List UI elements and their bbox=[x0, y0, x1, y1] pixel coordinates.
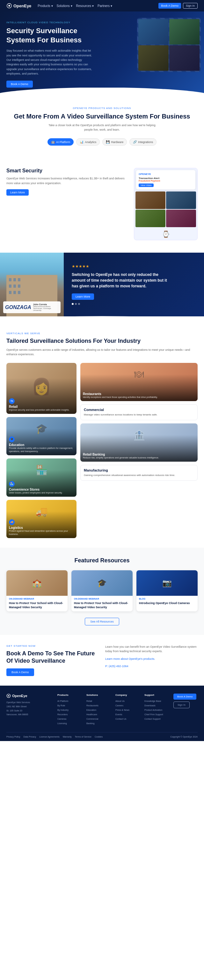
footer-col-company-title: Company bbox=[115, 694, 140, 697]
footer-link-chief-firm[interactable]: Chief Firm Support bbox=[144, 713, 169, 717]
footer-link-contact[interactable]: Contact Us bbox=[115, 717, 140, 721]
vertical-card-convenience[interactable]: 🏪 🏪 Convenience Stores Deter losses, pro… bbox=[6, 458, 76, 497]
cta-products-link[interactable]: Learn more about OpenEye's products. bbox=[105, 657, 198, 661]
wave-bottom bbox=[0, 316, 204, 323]
vertical-card-manufacturing[interactable]: Manufacturing Gaining comprehensive situ… bbox=[80, 465, 198, 481]
footer-divider bbox=[6, 732, 198, 732]
testimonial-quote: Switching to OpenEye has not only reduce… bbox=[72, 272, 167, 289]
vertical-card-logistics[interactable]: 🚚 🚚 Logistics Protect against fraud and … bbox=[6, 500, 76, 538]
footer-link-careers[interactable]: Careers bbox=[115, 703, 140, 708]
vertical-card-retail[interactable]: 👩 🛍 Retail Improve security and loss pre… bbox=[6, 363, 76, 414]
footer-sign-in-button[interactable]: Sign In bbox=[174, 702, 190, 708]
footer-link-about[interactable]: About Us bbox=[115, 699, 140, 703]
footer-link-education[interactable]: Education bbox=[86, 708, 111, 713]
view-video-button[interactable]: View Video bbox=[139, 183, 154, 187]
cta-book-demo-button[interactable]: Book A Demo bbox=[6, 668, 34, 676]
testimonial-logo: GONZAGA bbox=[5, 305, 31, 310]
footer-logo: OpenEye bbox=[6, 694, 51, 698]
resource-image-1: 🏫 bbox=[6, 570, 68, 596]
footer-link-downloads[interactable]: Downloads bbox=[144, 703, 169, 708]
hero-book-demo-button[interactable]: Book A Demo bbox=[6, 81, 33, 88]
vertical-commercial-name: Commercial bbox=[84, 408, 194, 412]
verticals-description: OpenEye serves customers across a wide r… bbox=[6, 348, 198, 357]
pagination-dot-3[interactable] bbox=[78, 303, 80, 305]
tab-integrations[interactable]: 🔗 Integrations bbox=[129, 138, 156, 146]
footer-link-by-role[interactable]: By Role bbox=[57, 703, 81, 708]
resource-card-1[interactable]: 🏫 On-Demand Webinar How to Protect Your … bbox=[6, 570, 68, 611]
vertical-manufacturing-name: Manufacturing bbox=[84, 468, 194, 472]
footer-link-by-industry[interactable]: By Industry bbox=[57, 708, 81, 713]
vertical-logistics-desc: Protect against fraud and streamline ope… bbox=[9, 530, 74, 536]
tab-ai-platform[interactable]: 🤖 AI Platform bbox=[48, 138, 74, 146]
resource-card-2[interactable]: 🎓 On-Demand Webinar How to Protect Your … bbox=[72, 570, 132, 611]
footer-link-cameras[interactable]: Cameras bbox=[57, 717, 81, 721]
smart-security-image: OPENEYE Transaction Alert Fraudulent Pay… bbox=[134, 168, 198, 240]
nav-partners[interactable]: Partners ▾ bbox=[97, 4, 112, 8]
nav-sign-in-button[interactable]: Sign In bbox=[183, 3, 198, 9]
pagination-dot-1[interactable] bbox=[72, 303, 73, 305]
smart-security-content: Smart Security OpenEye Web Services incr… bbox=[6, 168, 128, 196]
smart-security-section: Smart Security OpenEye Web Services incr… bbox=[0, 162, 204, 247]
vertical-card-education[interactable]: 🎓 🎓 Education Provide students safety wi… bbox=[6, 417, 76, 455]
vertical-card-restaurants[interactable]: 🍽 Restaurants Identify exceptions and tr… bbox=[80, 363, 198, 401]
testimonial-section: GONZAGA John Correia Telecommunications … bbox=[0, 253, 204, 317]
watch-icon: ⌚ bbox=[134, 228, 197, 240]
see-all-resources-button[interactable]: See All Resources bbox=[85, 618, 119, 625]
footer-col-support: Support Knowledge Base Downloads Product… bbox=[144, 694, 169, 726]
products-subtitle: Take a closer look at the OpenEye produc… bbox=[46, 123, 158, 132]
footer-address-line1: OpenEye Web Services bbox=[6, 701, 51, 705]
smart-security-description: OpenEye Web Services increases business … bbox=[6, 176, 128, 185]
vertical-restaurants-desc: Identify exceptions and track those spen… bbox=[83, 396, 195, 399]
resource-card-3[interactable]: 📷 Blog Introducing OpenEye Cloud Cameras bbox=[136, 570, 198, 611]
footer-link-product-activation[interactable]: Product Activation bbox=[144, 708, 169, 713]
cta-section: Get Started Now Book A Demo To See The F… bbox=[0, 635, 204, 686]
footer-link-press[interactable]: Press & News bbox=[115, 708, 140, 713]
pagination-dot-2[interactable] bbox=[75, 303, 77, 305]
footer-link-healthcare[interactable]: Healthcare bbox=[86, 713, 111, 717]
smart-security-learn-more-button[interactable]: Learn More bbox=[6, 189, 29, 196]
footer-link-commercial[interactable]: Commercial bbox=[86, 717, 111, 721]
tab-hardware[interactable]: 💾 Hardware bbox=[102, 138, 127, 146]
footer-link-contact-support[interactable]: Contact Support bbox=[144, 717, 169, 721]
footer-link-events[interactable]: Events bbox=[115, 713, 140, 717]
vertical-card-banking[interactable]: 🏦 Retail Banking Reduce risk, simplify o… bbox=[80, 423, 198, 461]
transaction-alert: OPENEYE Transaction Alert Fraudulent Pay… bbox=[136, 170, 195, 189]
nav-book-demo-button[interactable]: Book A Demo bbox=[158, 3, 181, 9]
testimonial-learn-more-button[interactable]: Learn More bbox=[72, 293, 94, 300]
footer-col-company: Company About Us Careers Press & News Ev… bbox=[115, 694, 140, 726]
footer-link-ai-platform[interactable]: AI Platform bbox=[57, 699, 81, 703]
nav-solutions[interactable]: Solutions ▾ bbox=[57, 4, 72, 8]
testimonial-inner: GONZAGA John Correia Telecommunications … bbox=[0, 253, 204, 317]
building-window bbox=[13, 291, 16, 294]
footer-terms-of-service[interactable]: Terms of Service bbox=[75, 736, 91, 738]
footer-privacy-policy[interactable]: Privacy Policy bbox=[6, 736, 21, 738]
footer-link-knowledge-base[interactable]: Knowledge Base bbox=[144, 699, 169, 703]
vertical-convenience-name: Convenience Stores bbox=[9, 488, 74, 491]
resource-image-icon-2: 🎓 bbox=[97, 579, 107, 587]
footer-link-recorders[interactable]: Recorders bbox=[57, 713, 81, 717]
footer-warranty[interactable]: Warranty bbox=[63, 736, 72, 738]
resource-title-2: How to Protect Your School with Cloud-Ma… bbox=[72, 600, 132, 611]
footer-link-banking[interactable]: Banking bbox=[86, 721, 111, 726]
footer-link-restaurants[interactable]: Restaurants bbox=[86, 703, 111, 708]
footer-copyright: Copyright © OpenEye 2024 bbox=[170, 736, 198, 738]
vertical-manufacturing-desc: Gaining comprehensive situational awaren… bbox=[84, 473, 194, 477]
tab-analytics[interactable]: 📊 Analytics bbox=[76, 138, 100, 146]
testimonial-image: GONZAGA John Correia Telecommunications … bbox=[0, 253, 64, 317]
security-cam-4 bbox=[166, 210, 196, 227]
footer-license-agreements[interactable]: License Agreements bbox=[39, 736, 59, 738]
hero-section: Intelligent Cloud Video Technology Secur… bbox=[0, 11, 204, 97]
verticals-section: Verticals We Serve Tailored Surveillance… bbox=[0, 323, 204, 548]
footer-link-licensing[interactable]: Licensing bbox=[57, 721, 81, 726]
camera-tile-4 bbox=[169, 45, 199, 71]
footer-link-retail[interactable]: Retail bbox=[86, 699, 111, 703]
resource-image-icon-3: 📷 bbox=[162, 579, 172, 587]
nav-resources[interactable]: Resources ▾ bbox=[76, 4, 94, 8]
nav-products[interactable]: Products ▾ bbox=[38, 4, 53, 8]
navbar-logo[interactable]: OpenEye bbox=[6, 3, 31, 9]
footer-book-demo-button[interactable]: Book A Demo bbox=[174, 694, 196, 700]
footer-data-privacy[interactable]: Data Privacy bbox=[24, 736, 36, 738]
vertical-card-commercial[interactable]: Commercial Manage video surveillance acr… bbox=[80, 404, 198, 420]
footer-cookies[interactable]: Cookies bbox=[95, 736, 103, 738]
hero-wave bbox=[0, 88, 204, 97]
